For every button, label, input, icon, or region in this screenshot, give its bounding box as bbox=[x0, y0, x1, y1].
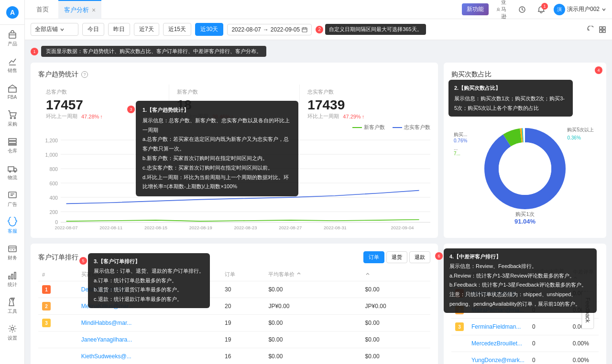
content-area: 1 页面显示数据：客户趋势统计、购买次数占比、客户订单排行、中差评客户排行、客户… bbox=[25, 40, 612, 364]
topbar-right: 亚马逊 1 演 演示用户002 bbox=[496, 3, 606, 16]
trend-info-icon[interactable]: ? bbox=[81, 71, 88, 78]
tooltip3-line5: d.环比上一周期：环比为当前周期与上一个周期的数据对比。环比增长率=(本期数-上… bbox=[142, 173, 292, 192]
sidebar-item-settings[interactable]: 设置 bbox=[0, 319, 25, 346]
date-btn-30days[interactable]: 近30天 bbox=[195, 23, 223, 36]
cell-total: $0.00 bbox=[361, 281, 430, 298]
date-range[interactable]: 2022-08-07 → 2022-09-05 bbox=[227, 24, 312, 35]
hint-badge: 2 bbox=[316, 26, 323, 33]
tab-orders[interactable]: 订单 bbox=[363, 251, 384, 263]
trend-card-header: 客户趋势统计 ? bbox=[38, 70, 430, 79]
tab-returns[interactable]: 退货 bbox=[386, 251, 407, 263]
sidebar-item-service[interactable]: 客服 bbox=[0, 212, 25, 239]
donut-label-5plus-val: 0.36% bbox=[567, 135, 594, 140]
cell-rank: 2 bbox=[38, 298, 77, 315]
sidebar-item-finance[interactable]: 财务 bbox=[0, 239, 25, 266]
truck-icon bbox=[8, 163, 17, 173]
sidebar-item-sales[interactable]: 销售 bbox=[0, 52, 25, 78]
table-row: 4 MercedezBrouillet... 0 0.00% bbox=[451, 335, 599, 352]
date-btn-yesterday[interactable]: 昨日 bbox=[108, 23, 130, 36]
date-btn-7days[interactable]: 近7天 bbox=[134, 23, 159, 36]
sidebar-fba-label: FBA bbox=[8, 95, 17, 100]
review-ranking-card: 中差评客户排行 6 4.【中差评客户排行】 展示信息：Review、Feedba… bbox=[444, 244, 606, 364]
sidebar-item-tools[interactable]: 工具 bbox=[0, 292, 25, 319]
clock-icon-btn[interactable] bbox=[515, 3, 529, 16]
svg-rect-23 bbox=[14, 272, 16, 279]
tooltip5-badge: 5 bbox=[79, 257, 87, 265]
tooltip6-line3: b.Feedback：统计客户1-3星Feedback评论数最多的客户。 bbox=[449, 280, 591, 290]
tooltip-6: 6 4.【中差评客户排行】 展示信息：Review、Feedback排行。 a.… bbox=[444, 248, 597, 313]
customer-trend-card: 客户趋势统计 ? 总客户数 17457 环比上一周期 47.28% ↑ bbox=[31, 63, 438, 238]
cell-orders: 19 bbox=[221, 315, 264, 332]
svg-rect-8 bbox=[9, 139, 16, 140]
sidebar-finance-label: 财务 bbox=[8, 255, 17, 261]
new-feature-button[interactable]: 新功能 bbox=[462, 3, 489, 15]
svg-rect-32 bbox=[603, 27, 605, 29]
sidebar-item-product[interactable]: 产品 bbox=[0, 25, 25, 52]
rank-badge: 5 bbox=[455, 356, 464, 364]
amazon-label: 亚马逊 bbox=[501, 0, 510, 20]
svg-rect-9 bbox=[9, 141, 16, 143]
tooltip5-line2: a.订单：统计订单总数最多的客户。 bbox=[94, 276, 204, 286]
cell-rank: 3 bbox=[38, 315, 77, 332]
donut-label-5plus: 购买5次以上 bbox=[567, 127, 594, 133]
tab-active[interactable]: 客户分析 × bbox=[58, 0, 101, 19]
svg-rect-17 bbox=[9, 246, 16, 252]
date-arrow: → bbox=[263, 26, 269, 33]
sidebar-item-stats[interactable]: 统计 bbox=[0, 266, 25, 292]
refresh-icon[interactable] bbox=[587, 26, 595, 33]
legend-loyal-dot bbox=[393, 127, 402, 128]
date-btn-today[interactable]: 今日 bbox=[82, 23, 104, 36]
tab-refunds[interactable]: 退款 bbox=[409, 251, 430, 263]
user-info[interactable]: 演 演示用户002 bbox=[554, 4, 606, 15]
sort-icon[interactable] bbox=[296, 271, 301, 276]
tooltip6-line4: 注意：只统计订单状态必须为：shipped、unshipped、pending、… bbox=[449, 290, 591, 309]
filterbar: 全部店铺 今日 昨日 近7天 近15天 近30天 2022-08-07 → 20… bbox=[25, 19, 612, 40]
layout-icon[interactable] bbox=[599, 26, 606, 33]
sidebar-logo: A bbox=[0, 0, 25, 25]
user-avatar: 演 bbox=[554, 4, 565, 15]
hint-text: 自定义日期间隔区间最大可选择365天。 bbox=[325, 24, 426, 35]
svg-text:600: 600 bbox=[49, 181, 58, 186]
bottom-section: 客户订单排行 订单 退货 退款 5 3.【客户订单排行】 展示信息：订单、退货、… bbox=[31, 244, 606, 364]
svg-point-25 bbox=[497, 8, 499, 10]
svg-text:0: 0 bbox=[55, 220, 58, 225]
tooltip5-title: 3.【客户订单排行】 bbox=[94, 257, 204, 267]
order-ranking-card: 客户订单排行 订单 退货 退款 5 3.【客户订单排行】 展示信息：订单、退货、… bbox=[31, 244, 438, 364]
svg-text:2022-08-19: 2022-08-19 bbox=[189, 225, 212, 230]
page-hint-text: 页面显示数据：客户趋势统计、购买次数占比、客户订单排行、中差评客户排行、客户分布… bbox=[41, 46, 266, 57]
cell-avg: $0.00 bbox=[264, 281, 361, 298]
legend-loyal: 忠实客户数 bbox=[393, 124, 430, 131]
svg-point-24 bbox=[11, 327, 14, 330]
cell-orders: 16 bbox=[221, 348, 264, 364]
date-btn-15days[interactable]: 近15天 bbox=[163, 23, 191, 36]
tooltip6-line1: 展示信息：Review、Feedback排行。 bbox=[449, 262, 591, 271]
sort2-icon[interactable] bbox=[365, 272, 370, 277]
page-hint-badge: 1 bbox=[31, 48, 38, 55]
store-chevron-icon bbox=[60, 27, 65, 32]
sidebar-item-purchase[interactable]: 采购 bbox=[0, 105, 25, 132]
sidebar-item-fba[interactable]: FBA bbox=[0, 78, 25, 105]
sidebar-item-ad[interactable]: 广告 bbox=[0, 185, 25, 212]
tooltip3-line4: c.忠实客户数：买家首次订购时间在指定时间区间以前。 bbox=[142, 163, 292, 173]
stat-loyal-label: 忠实客户数 bbox=[307, 88, 423, 96]
tooltip4-line1: 展示信息：购买次数1次；购买次数2次；购买3-5次；购买5次以上各个客户数的占比 bbox=[454, 94, 567, 113]
close-tab-icon[interactable]: × bbox=[92, 6, 96, 14]
svg-text:2022-08-07: 2022-08-07 bbox=[55, 225, 78, 230]
tooltip5-line3: b.退货：统计退货订单率最多的客户。 bbox=[94, 285, 204, 295]
cell-orders: 20 bbox=[221, 298, 264, 315]
tab-home[interactable]: 首页 bbox=[31, 0, 55, 19]
svg-text:400: 400 bbox=[49, 195, 58, 201]
amazon-selector[interactable]: 亚马逊 bbox=[496, 3, 510, 16]
sidebar-item-logistics[interactable]: 物流 bbox=[0, 159, 25, 185]
tooltip-3: 3 1.【客户趋势统计】 展示信息：总客户数、新客户数、忠实客户数以及各自的环比… bbox=[136, 101, 298, 196]
tooltip-4: 2.【购买次数占比】 展示信息：购买次数1次；购买次数2次；购买3-5次；购买5… bbox=[448, 80, 573, 117]
tooltip5-line4: c.退款：统计退款订单率最多的客户。 bbox=[94, 295, 204, 304]
calendar-icon bbox=[302, 27, 307, 32]
donut-label-7: ...7... bbox=[454, 146, 460, 156]
cell-rank: 5 bbox=[38, 348, 77, 364]
sidebar-item-storage[interactable]: 仓库 bbox=[0, 132, 25, 159]
store-selector[interactable]: 全部店铺 bbox=[31, 23, 78, 36]
cell-rank: 4 bbox=[38, 332, 77, 348]
bell-icon-btn[interactable]: 1 bbox=[535, 3, 548, 16]
cell-avg: $0.00 bbox=[264, 332, 361, 348]
